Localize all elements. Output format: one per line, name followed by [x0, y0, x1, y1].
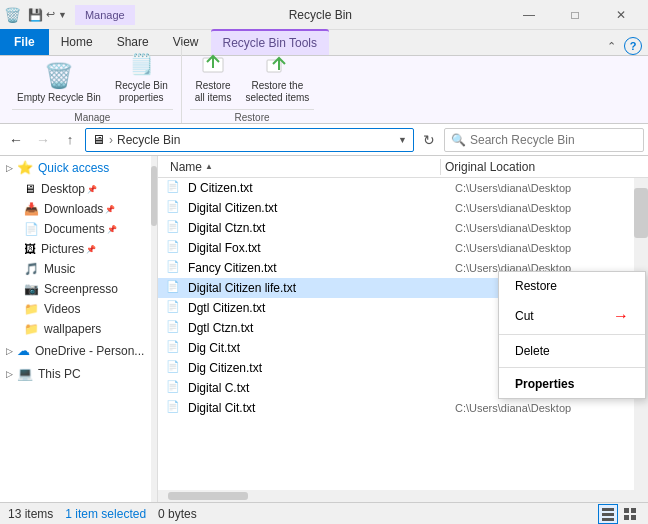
svg-rect-3 — [602, 513, 614, 516]
save-icon[interactable]: 💾 — [28, 8, 43, 22]
ctx-item-restore[interactable]: Restore — [499, 272, 645, 300]
restore-all-label: Restoreall items — [195, 80, 232, 104]
ctx-item-delete[interactable]: Delete — [499, 337, 645, 365]
status-bar: 13 items 1 item selected 0 bytes — [0, 502, 648, 524]
empty-recycle-bin-button[interactable]: 🗑️ Empty Recycle Bin — [12, 57, 106, 107]
sidebar-scroll-thumb[interactable] — [151, 166, 157, 226]
ribbon-group-manage-label: Manage — [12, 109, 173, 123]
ribbon-title-manage-tab: Manage — [75, 5, 135, 25]
breadcrumb-dropdown-icon[interactable]: ▼ — [398, 135, 407, 145]
status-size-info: 0 bytes — [158, 507, 197, 521]
undo-icon[interactable]: ↩ — [46, 8, 55, 21]
ribbon-group-buttons-manage: 🗑️ Empty Recycle Bin 🗒️ Recycle Binprope… — [12, 45, 173, 107]
breadcrumb-area[interactable]: 🖥 › Recycle Bin ▼ — [85, 128, 414, 152]
file-row-2[interactable]: 📄 Digital Ctzn.txt C:\Users\diana\Deskto… — [158, 218, 648, 238]
sidebar-item-onedrive[interactable]: ▷ ☁ OneDrive - Person... — [0, 339, 157, 362]
sidebar-scrollbar[interactable] — [151, 156, 157, 502]
file-row-1[interactable]: 📄 Digital Citizen.txt C:\Users\diana\Des… — [158, 198, 648, 218]
sidebar: ▷ ⭐ Quick access 🖥 Desktop 📌 📥 Downloads… — [0, 156, 158, 502]
sidebar-downloads-label: Downloads — [44, 202, 103, 216]
file-list-hscroll-thumb[interactable] — [168, 492, 248, 500]
file-row-11[interactable]: 📄 Digital Cit.txt C:\Users\diana\Desktop — [158, 398, 648, 418]
sidebar-music-label: Music — [44, 262, 75, 276]
status-item-count: 13 items — [8, 507, 53, 521]
quick-access-toolbar: 🗑️ 💾 ↩ ▼ — [4, 7, 67, 23]
sidebar-item-videos[interactable]: 📁 Videos — [0, 299, 157, 319]
file-name-6: Dgtl Citizen.txt — [188, 301, 455, 315]
thispc-expand-icon: ▷ — [6, 369, 13, 379]
maximize-button[interactable]: □ — [552, 0, 598, 30]
sidebar-item-desktop[interactable]: 🖥 Desktop 📌 — [0, 179, 157, 199]
recycle-bin-properties-label: Recycle Binproperties — [115, 80, 168, 104]
title-text: Recycle Bin — [135, 8, 506, 22]
back-button[interactable]: ← — [4, 128, 28, 152]
view-large-icon-button[interactable] — [620, 504, 640, 524]
file-row-3[interactable]: 📄 Digital Fox.txt C:\Users\diana\Desktop — [158, 238, 648, 258]
svg-rect-2 — [602, 508, 614, 511]
file-icon-2: 📄 — [166, 220, 182, 236]
file-location-11: C:\Users\diana\Desktop — [455, 402, 640, 414]
restore-all-icon — [197, 48, 229, 80]
file-name-11: Digital Cit.txt — [188, 401, 455, 415]
sidebar-screenpresso-label: Screenpresso — [44, 282, 118, 296]
recycle-bin-properties-button[interactable]: 🗒️ Recycle Binproperties — [110, 45, 173, 107]
file-name-8: Dig Cit.txt — [188, 341, 455, 355]
file-name-7: Dgtl Ctzn.txt — [188, 321, 455, 335]
sidebar-item-pictures[interactable]: 🖼 Pictures 📌 — [0, 239, 157, 259]
ctx-item-properties[interactable]: Properties — [499, 370, 645, 398]
forward-button[interactable]: → — [31, 128, 55, 152]
sidebar-pictures-label: Pictures — [41, 242, 84, 256]
sidebar-item-wallpapers[interactable]: 📁 wallpapers — [0, 319, 157, 339]
file-icon-10: 📄 — [166, 380, 182, 396]
column-sort-icon: ▲ — [205, 162, 213, 171]
collapse-ribbon-btn[interactable]: ⌃ — [603, 40, 620, 53]
file-name-1: Digital Citizen.txt — [188, 201, 455, 215]
restore-all-items-button[interactable]: Restoreall items — [190, 45, 237, 107]
file-name-2: Digital Ctzn.txt — [188, 221, 455, 235]
desktop-pin-icon: 📌 — [87, 185, 97, 194]
recycle-bin-properties-icon: 🗒️ — [125, 48, 157, 80]
up-button[interactable]: ↑ — [58, 128, 82, 152]
customize-icon[interactable]: ▼ — [58, 10, 67, 20]
minimize-button[interactable]: — — [506, 0, 552, 30]
svg-rect-8 — [631, 515, 636, 520]
sidebar-item-quick-access[interactable]: ▷ ⭐ Quick access — [0, 156, 157, 179]
ctx-item-cut[interactable]: Cut → — [499, 300, 645, 332]
sidebar-documents-label: Documents — [44, 222, 105, 236]
address-bar: ← → ↑ 🖥 › Recycle Bin ▼ ↻ 🔍 — [0, 124, 648, 156]
sidebar-item-this-pc[interactable]: ▷ 💻 This PC — [0, 362, 157, 385]
ribbon-content: 🗑️ Empty Recycle Bin 🗒️ Recycle Binprope… — [0, 56, 648, 124]
file-row-0[interactable]: 📄 D Citizen.txt C:\Users\diana\Desktop — [158, 178, 648, 198]
documents-icon: 📄 — [24, 222, 39, 236]
restore-selected-button[interactable]: Restore theselected items — [240, 45, 314, 107]
desktop-icon: 🖥 — [24, 182, 36, 196]
title-bar: 🗑️ 💾 ↩ ▼ Manage Recycle Bin — □ ✕ — [0, 0, 648, 30]
sidebar-item-music[interactable]: 🎵 Music — [0, 259, 157, 279]
sidebar-item-screenpresso[interactable]: 📷 Screenpresso — [0, 279, 157, 299]
file-location-3: C:\Users\diana\Desktop — [455, 242, 640, 254]
breadcrumb-icon: 🖥 — [92, 132, 105, 147]
file-name-3: Digital Fox.txt — [188, 241, 455, 255]
search-input[interactable] — [470, 133, 637, 147]
file-name-9: Dig Citizen.txt — [188, 361, 455, 375]
svg-rect-6 — [631, 508, 636, 513]
file-list-header: Name ▲ Original Location — [158, 156, 648, 178]
restore-selected-icon — [261, 48, 293, 80]
refresh-button[interactable]: ↻ — [417, 128, 441, 152]
close-button[interactable]: ✕ — [598, 0, 644, 30]
column-name-header[interactable]: Name ▲ — [166, 158, 440, 176]
documents-pin-icon: 📌 — [107, 225, 117, 234]
file-icon-11: 📄 — [166, 400, 182, 416]
view-details-button[interactable] — [598, 504, 618, 524]
breadcrumb-text: Recycle Bin — [117, 133, 398, 147]
sidebar-item-downloads[interactable]: 📥 Downloads 📌 — [0, 199, 157, 219]
help-button[interactable]: ? — [624, 37, 642, 55]
ribbon-help: ⌃ ? — [603, 37, 648, 55]
onedrive-expand-icon: ▷ — [6, 346, 13, 356]
search-box[interactable]: 🔍 — [444, 128, 644, 152]
file-list-scroll-thumb[interactable] — [634, 188, 648, 238]
file-list-hscrollbar[interactable] — [158, 490, 634, 502]
column-location-header[interactable]: Original Location — [441, 158, 626, 176]
sidebar-item-documents[interactable]: 📄 Documents 📌 — [0, 219, 157, 239]
cut-arrow-icon: → — [613, 307, 629, 325]
